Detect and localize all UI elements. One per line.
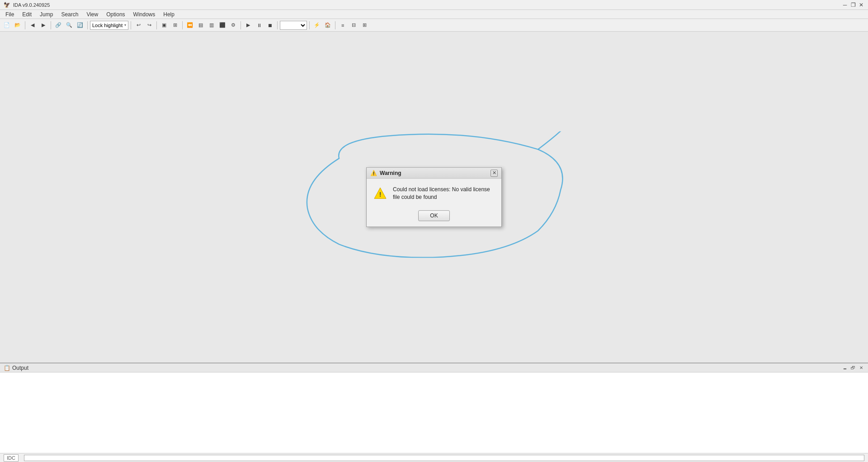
dialog-title-text: Warning <box>380 170 401 176</box>
pause-button[interactable]: ⏸ <box>254 20 264 30</box>
run-button[interactable]: ▶ <box>243 20 253 30</box>
refresh-button[interactable]: 🔄 <box>75 20 85 30</box>
output-icon: 📋 <box>4 365 10 371</box>
dialog-body: ! Could not load licenses: No valid lice… <box>367 179 501 208</box>
separator-7 <box>241 21 241 29</box>
ok-button[interactable]: OK <box>418 210 450 221</box>
tb-btn-e[interactable]: ▥ <box>207 20 217 30</box>
tb-btn-g[interactable]: ⚙ <box>228 20 238 30</box>
tb-btn-h[interactable]: ≡ <box>338 20 348 30</box>
dialog-message: Could not load licenses: No valid licens… <box>393 186 495 201</box>
menu-search[interactable]: Search <box>57 10 82 19</box>
svg-text:!: ! <box>379 191 382 198</box>
output-content <box>0 372 868 453</box>
dialog-close-button[interactable]: ✕ <box>491 170 498 177</box>
output-header-left: 📋 Output <box>4 365 28 371</box>
lock-highlight-dropdown[interactable]: Lock highlight ▾ <box>90 21 128 30</box>
menu-view[interactable]: View <box>83 10 102 19</box>
decompile-button[interactable]: ⚡ <box>312 20 322 30</box>
main-area: Drag a file here to disassemble it ⚠️ Wa… <box>0 32 868 363</box>
warning-triangle-icon: ! <box>374 187 387 199</box>
output-panel: 📋 Output 🗕 🗗 ✕ <box>0 363 868 453</box>
warning-dialog: ⚠️ Warning ✕ ! Could not load licenses: … <box>366 167 502 227</box>
menu-help[interactable]: Help <box>160 10 178 19</box>
separator-10 <box>335 21 335 29</box>
dialog-footer: OK <box>367 208 501 226</box>
idc-label: IDC <box>4 454 19 462</box>
tb-btn-c[interactable]: ⏪ <box>185 20 195 30</box>
tb-btn-b[interactable]: ⊞ <box>170 20 180 30</box>
separator-2 <box>51 21 51 29</box>
separator-1 <box>25 21 25 29</box>
open-button[interactable]: 📂 <box>13 20 23 30</box>
tb-btn-a[interactable]: ▣ <box>159 20 169 30</box>
lock-highlight-label: Lock highlight <box>92 23 123 28</box>
restore-button[interactable]: ❐ <box>850 2 856 8</box>
output-header: 📋 Output 🗕 🗗 ✕ <box>0 363 868 372</box>
minimize-button[interactable]: ─ <box>842 2 848 8</box>
menu-windows[interactable]: Windows <box>130 10 159 19</box>
separator-6 <box>182 21 183 29</box>
title-bar-right: ─ ❐ ✕ <box>842 2 864 8</box>
menu-edit[interactable]: Edit <box>19 10 35 19</box>
separator-8 <box>277 21 278 29</box>
tb-btn-j[interactable]: ⊞ <box>359 20 369 30</box>
separator-9 <box>309 21 310 29</box>
app-icon: 🦅 <box>4 2 10 8</box>
toolbar: 📄 📂 ◀ ▶ 🔗 🔍 🔄 Lock highlight ▾ ↩ ↪ ▣ ⊞ ⏪… <box>0 19 868 32</box>
separator-4 <box>131 21 131 29</box>
stop-button[interactable]: ⏹ <box>265 20 275 30</box>
menu-options[interactable]: Options <box>103 10 128 19</box>
undo-button[interactable]: ↩ <box>133 20 143 30</box>
target-select[interactable] <box>280 21 307 30</box>
jump-button[interactable]: 🔍 <box>64 20 74 30</box>
title-bar: 🦅 IDA v9.0.240925 ─ ❐ ✕ <box>0 0 868 10</box>
close-button[interactable]: ✕ <box>858 2 864 8</box>
copy-ea-button[interactable]: 🔗 <box>53 20 63 30</box>
output-minimize-button[interactable]: 🗕 <box>842 365 848 371</box>
back-button[interactable]: ◀ <box>28 20 38 30</box>
status-input[interactable] <box>24 455 864 461</box>
title-bar-left: 🦅 IDA v9.0.240925 <box>4 2 50 8</box>
ida-home-button[interactable]: 🏠 <box>323 20 333 30</box>
app-title: IDA v9.0.240925 <box>13 2 50 8</box>
menu-bar: File Edit Jump Search View Options Windo… <box>0 10 868 19</box>
separator-5 <box>156 21 157 29</box>
dialog-title-bar: ⚠️ Warning ✕ <box>367 168 501 179</box>
dialog-warning-icon: ⚠️ <box>370 170 377 176</box>
output-header-right: 🗕 🗗 ✕ <box>842 365 864 371</box>
forward-button[interactable]: ▶ <box>38 20 48 30</box>
lock-highlight-arrow: ▾ <box>124 23 126 27</box>
menu-file[interactable]: File <box>2 10 18 19</box>
output-title: Output <box>12 365 28 371</box>
tb-btn-f[interactable]: ⬛ <box>217 20 227 30</box>
dialog-icon-container: ! <box>373 186 387 200</box>
output-close-button[interactable]: ✕ <box>858 365 864 371</box>
status-bar: IDC <box>0 453 868 462</box>
output-restore-button[interactable]: 🗗 <box>850 365 856 371</box>
menu-jump[interactable]: Jump <box>36 10 57 19</box>
dialog-title-left: ⚠️ Warning <box>370 170 401 176</box>
tb-btn-d[interactable]: ▤ <box>196 20 206 30</box>
new-button[interactable]: 📄 <box>2 20 12 30</box>
separator-3 <box>87 21 88 29</box>
redo-button[interactable]: ↪ <box>144 20 154 30</box>
tb-btn-i[interactable]: ⊟ <box>349 20 359 30</box>
